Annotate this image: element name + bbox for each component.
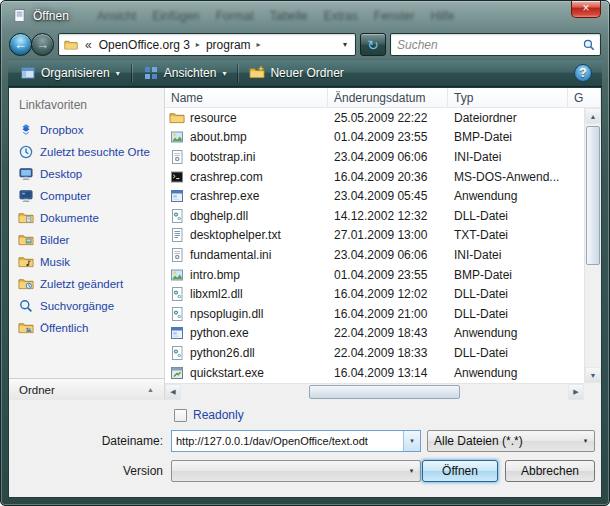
file-row[interactable]: intro.bmp 01.04.2009 23:55 BMP-Datei	[165, 265, 601, 285]
breadcrumb-item[interactable]: OpenOffice.org 3	[95, 38, 194, 52]
file-row[interactable]: python.exe 22.04.2009 18:43 Anwendung	[165, 324, 601, 344]
file-row[interactable]: libxml2.dll 16.04.2009 12:02 DLL-Datei	[165, 284, 601, 304]
column-headers: Name Änderungsdatum Typ G	[165, 88, 601, 108]
background-window-ghost-menu: Ansicht Einfügen Format Tabelle Extras F…	[97, 9, 455, 23]
file-name-cell: intro.bmp	[165, 267, 328, 283]
refresh-button[interactable]: ↻	[360, 33, 386, 56]
vertical-scroll-track[interactable]	[585, 124, 601, 367]
horizontal-scroll-track[interactable]	[181, 384, 568, 400]
ini-file-icon	[169, 247, 185, 263]
folder-icon	[64, 38, 78, 52]
open-dialog-window: Öffnen Ansicht Einfügen Format Tabelle E…	[0, 0, 610, 506]
file-row[interactable]: npsoplugin.dll 16.04.2009 21:00 DLL-Date…	[165, 304, 601, 324]
dialog-client-area: Linkfavoriten Dropbox Zuletzt besuchte O…	[8, 87, 602, 498]
views-button[interactable]: Ansichten ▾	[135, 62, 235, 84]
file-row[interactable]: resource 25.05.2009 22:22 Dateiordner	[165, 108, 601, 128]
version-combobox[interactable]: ▾	[171, 460, 421, 482]
sidebar-item-desktop[interactable]: Desktop	[9, 163, 164, 185]
file-row[interactable]: about.bmp 01.04.2009 23:55 BMP-Datei	[165, 128, 601, 148]
file-row[interactable]: quickstart.exe 16.04.2009 13:14 Anwendun…	[165, 363, 601, 383]
chevron-right-icon[interactable]: ▸	[255, 40, 263, 49]
file-row[interactable]: desktophelper.txt 27.01.2009 13:00 TXT-D…	[165, 226, 601, 246]
breadcrumb-collapse-button[interactable]: «	[81, 38, 95, 52]
filename-label: Dateiname:	[9, 434, 171, 448]
filetype-combobox[interactable]: Alle Dateien (*.*) ▾	[427, 430, 595, 452]
breadcrumb-item[interactable]: program	[202, 38, 255, 52]
sidebar-item-label: Desktop	[40, 168, 82, 180]
scroll-left-button[interactable]: ◀	[165, 384, 181, 400]
filename-combobox[interactable]: ▾	[171, 430, 421, 452]
titlebar[interactable]: Öffnen Ansicht Einfügen Format Tabelle E…	[1, 1, 609, 30]
sidebar-item-recent-places[interactable]: Zuletzt besuchte Orte	[9, 141, 164, 163]
vertical-scroll-thumb[interactable]	[586, 126, 600, 265]
scroll-up-button[interactable]: ▲	[585, 108, 601, 124]
sidebar-item-computer[interactable]: Computer	[9, 185, 164, 207]
column-header-name[interactable]: Name	[165, 88, 328, 107]
filename-row: Dateiname: ▾ Alle Dateien (*.*) ▾	[9, 426, 595, 456]
vertical-scrollbar[interactable]: ▲ ▼	[584, 108, 601, 383]
arrow-up-icon: ▲	[590, 113, 597, 120]
file-row[interactable]: bootstrap.ini 23.04.2009 06:06 INI-Datei	[165, 147, 601, 167]
file-name-cell: crashrep.com	[165, 169, 328, 185]
file-name: intro.bmp	[190, 268, 240, 282]
file-row[interactable]: crashrep.exe 23.04.2009 05:45 Anwendung	[165, 186, 601, 206]
file-browser: Linkfavoriten Dropbox Zuletzt besuchte O…	[9, 88, 601, 400]
sidebar-item-documents[interactable]: Dokumente	[9, 207, 164, 229]
file-row[interactable]: dbghelp.dll 14.12.2002 12:32 DLL-Datei	[165, 206, 601, 226]
favorites-header: Linkfavoriten	[9, 94, 164, 119]
pictures-folder-icon	[18, 232, 34, 248]
file-name: libxml2.dll	[190, 287, 243, 301]
organize-button[interactable]: Organisieren ▾	[12, 62, 128, 84]
file-row[interactable]: crashrep.com 16.04.2009 20:36 MS-DOS-Anw…	[165, 167, 601, 187]
filename-input[interactable]	[172, 431, 403, 451]
column-header-size[interactable]: G	[568, 88, 601, 107]
sidebar-item-music[interactable]: Musik	[9, 251, 164, 273]
file-row[interactable]: fundamental.ini 23.04.2009 06:06 INI-Dat…	[165, 245, 601, 265]
back-button[interactable]: ←	[9, 33, 32, 56]
file-type: DLL-Datei	[448, 287, 568, 301]
file-name: crashrep.exe	[190, 189, 259, 203]
music-folder-icon	[18, 254, 34, 270]
scroll-down-button[interactable]: ▼	[585, 367, 601, 383]
readonly-checkbox[interactable]	[174, 409, 187, 422]
search-box[interactable]	[390, 33, 601, 56]
sidebar-item-searches[interactable]: Suchvorgänge	[9, 295, 164, 317]
horizontal-scrollbar[interactable]: ◀ ▶	[165, 383, 584, 400]
file-name: desktophelper.txt	[190, 228, 281, 242]
filename-dropdown-button[interactable]: ▾	[403, 431, 420, 451]
horizontal-scroll-thumb[interactable]	[309, 385, 460, 399]
file-type: BMP-Datei	[448, 130, 568, 144]
new-folder-button[interactable]: Neuer Ordner	[241, 62, 351, 84]
back-icon: ←	[14, 37, 27, 52]
cancel-button[interactable]: Abbrechen	[505, 460, 595, 482]
chevron-right-icon[interactable]: ▸	[194, 40, 202, 49]
file-list: Name Änderungsdatum Typ G resource 25.05…	[165, 88, 601, 400]
file-name-cell: python26.dll	[165, 345, 328, 361]
file-row[interactable]: python26.dll 22.04.2009 18:33 DLL-Datei	[165, 343, 601, 363]
forward-button[interactable]: →	[31, 33, 54, 56]
filetype-dropdown-button[interactable]: ▾	[577, 437, 594, 445]
filetype-value: Alle Dateien (*.*)	[428, 434, 577, 448]
help-button[interactable]: ?	[574, 64, 592, 82]
search-icon	[582, 38, 596, 52]
open-button[interactable]: Öffnen	[422, 460, 498, 482]
close-button[interactable]: ×	[571, 1, 601, 18]
version-dropdown-button[interactable]: ▾	[403, 467, 420, 475]
file-date: 27.01.2009 13:00	[328, 228, 448, 242]
scroll-right-button[interactable]: ▶	[568, 384, 584, 400]
arrow-down-icon: ▼	[590, 372, 597, 379]
application-icon	[169, 325, 185, 341]
sidebar-item-dropbox[interactable]: Dropbox	[9, 119, 164, 141]
column-header-type[interactable]: Typ	[448, 88, 568, 107]
sidebar-item-recently-changed[interactable]: Zuletzt geändert	[9, 273, 164, 295]
column-header-date[interactable]: Änderungsdatum	[328, 88, 448, 107]
search-input[interactable]	[391, 38, 582, 52]
sidebar-item-public[interactable]: Öffentlich	[9, 317, 164, 339]
breadcrumb-dropdown-button[interactable]: ▾	[337, 40, 353, 49]
help-icon: ?	[579, 66, 586, 80]
folders-expander[interactable]: Ordner ▲	[9, 378, 164, 400]
file-rows: resource 25.05.2009 22:22 Dateiordner ab…	[165, 108, 601, 383]
readonly-label[interactable]: Readonly	[193, 408, 244, 422]
breadcrumb[interactable]: « OpenOffice.org 3 ▸ program ▸ ▾	[58, 33, 356, 56]
sidebar-item-pictures[interactable]: Bilder	[9, 229, 164, 251]
